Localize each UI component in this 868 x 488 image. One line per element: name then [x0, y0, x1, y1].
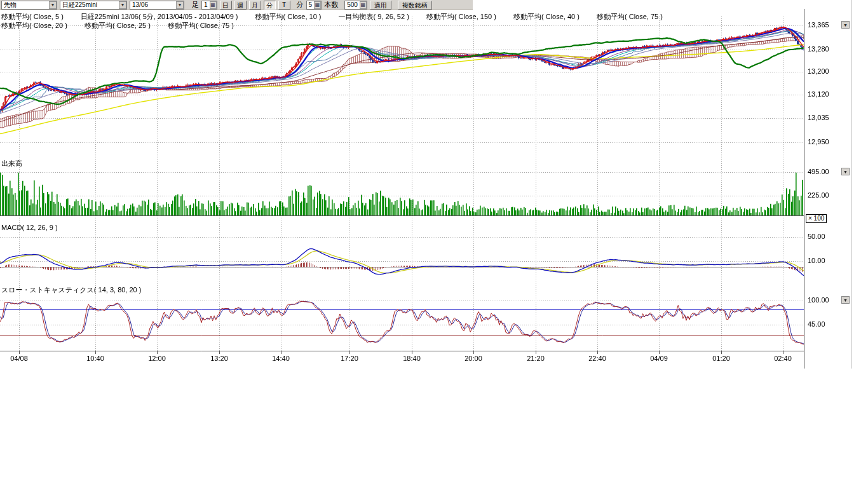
legend-ma10: 移動平均( Close, 10 )	[255, 13, 322, 20]
volume-axis-tick: 495.00	[808, 168, 829, 175]
stoch-pane-label: スロー・ストキャスティクス( 14, 3, 80, 20 )	[1, 285, 141, 295]
time-axis-tick: 12:00	[148, 355, 166, 362]
price-axis-tick: 13,200	[808, 67, 829, 75]
time-axis-tick: 21:20	[527, 355, 545, 362]
chart-region: 移動平均( Close, 5 ) 日経225mini 13/06( 5分, 20…	[0, 0, 868, 379]
chart-application-window: 先物 ▼ 日経225mini ▼ 13/06 ▼ 足 1 ▦ 日 週 月 分 T…	[0, 0, 868, 488]
period-minute-button[interactable]: 分	[264, 1, 276, 10]
window-edge-line	[851, 0, 851, 369]
legend-ma75: 移動平均( Close, 75 )	[597, 13, 663, 20]
volume-multiplier-badge: × 100	[806, 214, 827, 223]
bar-count-input[interactable]: 500 ▦	[344, 1, 367, 10]
time-axis-tick: 04/09	[650, 355, 668, 362]
bar-count-label: 本数	[324, 0, 338, 10]
time-axis-tick: 20:00	[465, 355, 482, 362]
instrument-type-value: 先物	[4, 1, 17, 10]
period-weekly-button[interactable]: 週	[234, 1, 247, 10]
toolbar: 先物 ▼ 日経225mini ▼ 13/06 ▼ 足 1 ▦ 日 週 月 分 T…	[0, 0, 473, 10]
time-axis-tick: 01:20	[712, 355, 730, 362]
stoch-axis-tick: 45.00	[808, 320, 825, 328]
period-tick-button[interactable]: T	[278, 1, 290, 10]
legend-ichimoku: 一目均衡表( 9, 26, 52 )	[339, 13, 409, 20]
price-axis-tick: 13,280	[808, 45, 829, 53]
legend-ma40: 移動平均( Close, 40 )	[513, 13, 580, 20]
price-axis-tick: 13,120	[808, 90, 829, 98]
minute-value-input[interactable]: 5 ▦	[306, 1, 322, 10]
chevron-down-icon[interactable]: ▼	[176, 1, 184, 9]
day-span-input[interactable]: 1 ▦	[201, 1, 217, 10]
timeframe-label: 足	[192, 0, 199, 10]
time-axis-tick: 17:20	[341, 355, 358, 362]
price-axis-tick: 13,365	[808, 21, 829, 29]
symbol-select[interactable]: 日経225mini ▼	[60, 1, 127, 10]
stoch-axis-tick: 100.00	[808, 296, 829, 304]
legend-ma20: 移動平均( Close, 20 )	[1, 22, 67, 29]
time-axis-tick: 14:40	[272, 355, 290, 362]
time-axis-tick: 02:40	[774, 355, 792, 362]
contract-month-select[interactable]: 13/06 ▼	[130, 1, 184, 10]
legend-ma150: 移動平均( Close, 150 )	[426, 13, 496, 20]
stoch-pane-scale-button[interactable]: ▼	[841, 296, 850, 304]
minute-label: 分	[297, 0, 304, 10]
volume-pane-scale-button[interactable]: ▼	[841, 168, 850, 175]
price-axis-tick: 13,035	[808, 114, 829, 121]
time-axis-tick: 18:40	[403, 355, 421, 362]
legend-ma5: 移動平均( Close, 5 )	[1, 13, 64, 20]
legend-row-1: 移動平均( Close, 5 ) 日経225mini 13/06( 5分, 20…	[1, 12, 678, 22]
macd-axis-tick: 50.00	[808, 233, 825, 240]
macd-pane-label: MACD( 12, 26, 9 )	[1, 224, 58, 231]
instrument-type-select[interactable]: 先物 ▼	[1, 1, 57, 10]
volume-pane-label: 出来高	[1, 159, 22, 168]
day-span-value: 1	[204, 1, 208, 8]
time-axis-tick: 10:40	[86, 355, 104, 362]
legend-symbol-title: 日経225mini 13/06( 5分, 2013/04/05 - 2013/0…	[81, 13, 238, 20]
calendar-grid-icon[interactable]: ▦	[360, 1, 367, 9]
chart-canvas[interactable]	[0, 0, 868, 379]
price-axis-tick: 12,950	[808, 138, 829, 146]
symbol-value: 日経225mini	[62, 1, 97, 10]
bar-count-value: 500	[347, 1, 358, 8]
price-pane-scale-button[interactable]: ▼	[841, 21, 850, 29]
calendar-grid-icon[interactable]: ▦	[210, 1, 217, 9]
contract-value: 13/06	[132, 1, 148, 8]
apply-button[interactable]: 適用	[370, 1, 391, 10]
legend-ma25: 移動平均( Close, 25 )	[85, 22, 151, 29]
multi-symbol-button[interactable]: 複数銘柄	[398, 1, 432, 10]
legend-row-2: 移動平均( Close, 20 ) 移動平均( Close, 25 ) 移動平均…	[1, 21, 249, 30]
legend-ma75-2: 移動平均( Close, 75 )	[168, 22, 234, 29]
volume-axis-tick: 225.00	[808, 191, 829, 199]
period-monthly-button[interactable]: 月	[249, 1, 261, 10]
period-daily-button[interactable]: 日	[220, 1, 232, 10]
macd-axis-tick: 10.00	[808, 257, 825, 264]
chevron-down-icon[interactable]: ▼	[119, 1, 126, 9]
time-axis-tick: 22:40	[588, 355, 606, 362]
time-axis-tick: 13:20	[210, 355, 228, 362]
calendar-grid-icon[interactable]: ▦	[314, 1, 321, 9]
minute-value: 5	[309, 1, 313, 8]
time-axis-tick: 04/08	[10, 355, 28, 362]
chevron-down-icon[interactable]: ▼	[49, 1, 57, 9]
